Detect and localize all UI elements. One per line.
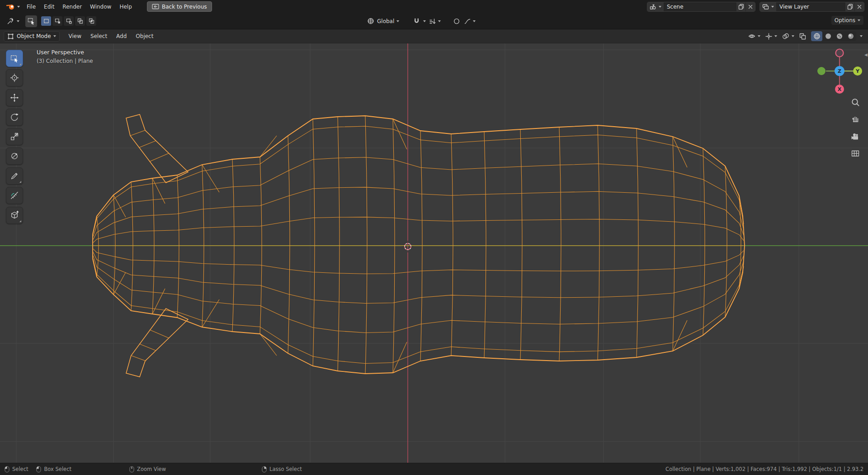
back-to-previous-button[interactable]: Back to Previous xyxy=(147,1,212,12)
status-hint-zoom-view: Zoom View xyxy=(129,466,166,473)
chevron-down-icon xyxy=(17,6,20,8)
menu-help[interactable]: Help xyxy=(115,2,136,12)
proportional-circle-icon xyxy=(453,18,460,24)
select-mode-intersect-button[interactable] xyxy=(86,16,96,26)
ortho-toggle-button[interactable] xyxy=(849,147,861,159)
status-hint-label: Box Select xyxy=(44,466,71,472)
mouse-rmb-icon xyxy=(262,466,267,473)
gizmo-icon xyxy=(765,33,772,40)
editor-type-button[interactable] xyxy=(4,16,22,27)
menu-file[interactable]: File xyxy=(23,2,40,12)
transform-orientation-dropdown[interactable]: Global xyxy=(364,16,402,26)
chevron-down-icon xyxy=(659,6,661,8)
active-tool-button[interactable] xyxy=(25,15,37,27)
shading-material-button[interactable] xyxy=(834,31,845,41)
shading-dropdown[interactable] xyxy=(858,31,864,41)
tool-transform[interactable] xyxy=(6,147,23,165)
viewport-header-right xyxy=(746,31,864,41)
status-hint-label: Select xyxy=(12,466,28,472)
tool-group-indicator xyxy=(19,220,21,222)
remove-view-layer-button[interactable] xyxy=(854,2,864,11)
blender-menu-button[interactable] xyxy=(4,2,23,11)
viewport-menus: View Select Add Object xyxy=(64,31,158,41)
axis-neg-x-handle[interactable] xyxy=(836,49,844,57)
xray-toggle-button[interactable] xyxy=(797,31,808,41)
menu-window[interactable]: Window xyxy=(86,2,115,12)
viewport-3d[interactable]: User Perspective (3) Collection | Plane xyxy=(0,43,868,463)
shading-wireframe-button[interactable] xyxy=(811,31,822,41)
options-label: Options xyxy=(835,17,855,24)
object-visibility-dropdown[interactable] xyxy=(746,31,762,41)
tool-add-cube[interactable] xyxy=(6,207,23,224)
tool-measure[interactable] xyxy=(6,187,23,204)
viewport-header: Object Mode View Select Add Object xyxy=(0,29,868,43)
options-dropdown[interactable]: Options xyxy=(831,16,863,25)
view-layer-name-field[interactable]: View Layer xyxy=(776,4,845,10)
status-hint-label: Lasso Select xyxy=(269,466,302,472)
gizmos-dropdown[interactable] xyxy=(764,31,779,41)
tool-group-indicator xyxy=(19,63,21,65)
menu-view[interactable]: View xyxy=(64,31,86,41)
falloff-curve-icon xyxy=(464,18,471,24)
snap-toggle-button[interactable] xyxy=(412,16,421,26)
new-scene-button[interactable] xyxy=(736,2,745,11)
chevron-down-icon xyxy=(774,35,777,37)
axis-neg-y-handle[interactable] xyxy=(817,67,826,75)
select-mode-subtract-button[interactable] xyxy=(64,16,74,26)
menu-select[interactable]: Select xyxy=(86,31,112,41)
select-mode-set-button[interactable] xyxy=(41,16,51,26)
viewport-overlay-text: User Perspective (3) Collection | Plane xyxy=(37,49,93,64)
menu-edit[interactable]: Edit xyxy=(40,2,58,12)
magnet-icon xyxy=(413,18,420,24)
menu-add[interactable]: Add xyxy=(112,31,131,41)
axis-z-label: Z xyxy=(838,68,841,74)
editor-3d-viewport-icon xyxy=(6,17,14,25)
view-layer-browse-button[interactable] xyxy=(760,2,776,11)
tool-group-indicator xyxy=(19,181,21,183)
magnifier-icon xyxy=(851,98,860,107)
overlays-dropdown[interactable] xyxy=(780,31,796,41)
scene-browse-button[interactable] xyxy=(647,2,664,11)
status-hint-box-select: Box Select xyxy=(36,466,71,473)
snap-settings-dropdown[interactable] xyxy=(428,17,442,26)
mode-dropdown[interactable]: Object Mode xyxy=(4,31,60,42)
overlays-icon xyxy=(782,33,789,39)
menu-object[interactable]: Object xyxy=(131,31,158,41)
grid-perspective-icon xyxy=(851,149,860,157)
select-mode-invert-button[interactable] xyxy=(75,16,85,26)
eye-icon xyxy=(748,33,755,39)
sidebar-collapse-arrow[interactable]: ◀ xyxy=(864,52,868,57)
tool-annotate[interactable] xyxy=(6,167,23,185)
tool-move[interactable] xyxy=(6,89,23,106)
tool-select-box[interactable] xyxy=(6,50,23,67)
navigation-gizmo[interactable]: X Y Z xyxy=(812,43,867,96)
menu-render[interactable]: Render xyxy=(58,2,86,12)
context-breadcrumb: (3) Collection | Plane xyxy=(37,58,93,64)
scene-name-field[interactable]: Scene xyxy=(664,4,736,10)
hand-icon xyxy=(851,114,860,123)
mouse-lmb-icon xyxy=(5,466,9,473)
tool-scale[interactable] xyxy=(6,128,23,145)
proportional-edit-toggle[interactable] xyxy=(452,17,461,26)
select-mode-extend-button[interactable] xyxy=(52,16,62,26)
chevron-down-icon xyxy=(473,20,476,22)
rendered-sphere-icon xyxy=(847,33,854,40)
zoom-view-button[interactable] xyxy=(849,96,861,108)
status-hint-select: Select xyxy=(5,466,28,473)
new-view-layer-button[interactable] xyxy=(845,2,854,11)
close-icon xyxy=(748,5,753,9)
shading-solid-button[interactable] xyxy=(822,31,834,41)
shading-rendered-button[interactable] xyxy=(845,31,856,41)
proportional-falloff-dropdown[interactable] xyxy=(463,17,477,26)
chevron-down-icon xyxy=(771,6,774,8)
tool-rotate[interactable] xyxy=(6,109,23,126)
scene-icon xyxy=(650,4,656,10)
tool-cursor[interactable] xyxy=(6,69,23,86)
topbar-menus: File Edit Render Window Help xyxy=(23,2,136,12)
pan-view-button[interactable] xyxy=(849,113,861,124)
camera-view-button[interactable] xyxy=(849,131,861,142)
xray-icon xyxy=(799,33,806,40)
unlink-scene-button[interactable] xyxy=(745,2,755,11)
orientation-globe-icon xyxy=(367,18,374,24)
duplicate-icon xyxy=(738,4,744,10)
